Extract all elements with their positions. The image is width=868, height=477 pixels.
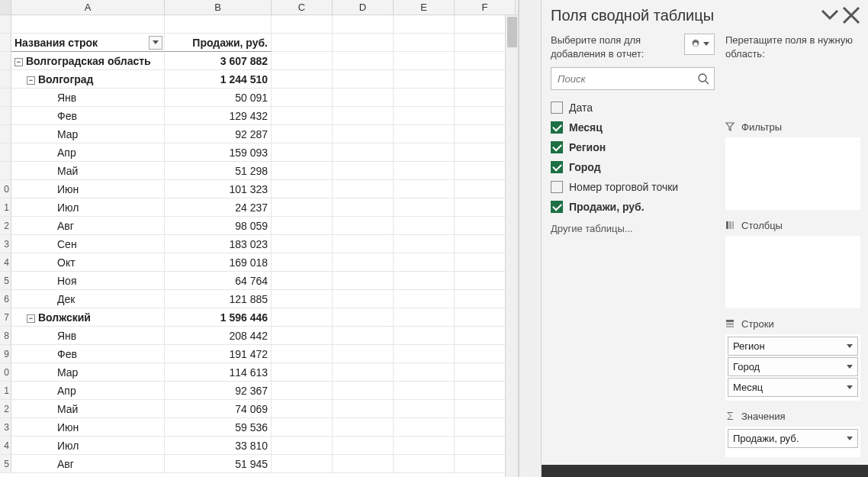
cell[interactable] — [272, 143, 333, 162]
cell[interactable] — [272, 162, 333, 180]
columns-dropzone[interactable] — [725, 236, 860, 308]
field-item[interactable]: Продажи, руб. — [551, 197, 715, 217]
cell[interactable] — [333, 308, 394, 327]
cell[interactable] — [333, 290, 394, 308]
cell[interactable]: Фев — [11, 345, 165, 363]
cell[interactable] — [394, 382, 455, 400]
cell[interactable] — [272, 89, 333, 107]
cell[interactable]: 3 607 882 — [165, 52, 272, 70]
cell[interactable] — [394, 400, 455, 418]
row-header[interactable]: 5 — [0, 272, 11, 290]
cell[interactable]: 169 018 — [165, 253, 272, 272]
cell[interactable]: 59 536 — [165, 418, 272, 437]
cell[interactable] — [333, 253, 394, 272]
cell[interactable] — [272, 327, 333, 345]
collapse-toggle[interactable]: − — [27, 76, 35, 85]
cell[interactable] — [272, 70, 333, 89]
row-header[interactable]: 0 — [0, 180, 11, 198]
cell[interactable] — [333, 162, 394, 180]
row-header[interactable] — [0, 89, 11, 107]
vertical-scrollbar[interactable] — [505, 15, 518, 477]
cell[interactable] — [394, 437, 455, 455]
cell[interactable]: Окт — [11, 253, 165, 272]
row-header[interactable] — [0, 162, 11, 180]
row-header[interactable]: 5 — [0, 455, 11, 473]
other-tables-link[interactable]: Другие таблицы... — [551, 223, 715, 234]
cell[interactable]: Сен — [11, 235, 165, 253]
row-header[interactable]: 8 — [0, 327, 11, 345]
cell[interactable] — [272, 52, 333, 70]
row-header[interactable] — [0, 107, 11, 125]
cell[interactable]: 101 323 — [165, 180, 272, 198]
cell[interactable] — [272, 382, 333, 400]
cell[interactable]: Ноя — [11, 272, 165, 290]
col-header-A[interactable]: A — [11, 0, 165, 15]
cell[interactable]: Янв — [11, 327, 165, 345]
cell[interactable]: 50 091 — [165, 89, 272, 107]
cell[interactable]: 121 885 — [165, 290, 272, 308]
cell[interactable] — [333, 363, 394, 382]
cell[interactable] — [394, 180, 455, 198]
row-header[interactable]: 1 — [0, 382, 11, 400]
cell[interactable]: 98 059 — [165, 217, 272, 235]
col-header-B[interactable]: B — [165, 0, 272, 15]
row-header[interactable]: 3 — [0, 235, 11, 253]
close-panel-button[interactable] — [842, 6, 860, 24]
zone-item[interactable]: Месяц — [728, 378, 858, 397]
row-header[interactable]: 2 — [0, 217, 11, 235]
cell[interactable]: 51 945 — [165, 455, 272, 473]
cell[interactable] — [333, 70, 394, 89]
cell[interactable] — [394, 345, 455, 363]
cell[interactable]: −Волгоград — [11, 70, 165, 89]
cell[interactable]: 92 367 — [165, 382, 272, 400]
checkbox[interactable] — [551, 102, 563, 114]
cell[interactable]: Мар — [11, 363, 165, 382]
cell[interactable] — [333, 198, 394, 217]
cell[interactable] — [394, 290, 455, 308]
row-header[interactable] — [0, 70, 11, 89]
cell[interactable] — [394, 308, 455, 327]
cell[interactable] — [11, 15, 165, 34]
search-box[interactable] — [551, 67, 715, 90]
cell[interactable]: 191 472 — [165, 345, 272, 363]
checkbox[interactable] — [551, 141, 563, 153]
cell[interactable] — [394, 52, 455, 70]
cell[interactable] — [333, 327, 394, 345]
row-header[interactable]: 3 — [0, 418, 11, 437]
filter-dropdown-button[interactable] — [149, 36, 162, 50]
cell[interactable] — [333, 272, 394, 290]
cell[interactable]: −Волжский — [11, 308, 165, 327]
cell[interactable]: 64 764 — [165, 272, 272, 290]
cell[interactable] — [333, 455, 394, 473]
cell[interactable]: Продажи, руб. — [165, 34, 272, 52]
col-header-F[interactable]: F — [455, 0, 516, 15]
checkbox[interactable] — [551, 201, 563, 213]
cell[interactable] — [272, 363, 333, 382]
cell[interactable] — [394, 363, 455, 382]
cell[interactable] — [394, 70, 455, 89]
cell[interactable] — [394, 253, 455, 272]
cell[interactable] — [333, 143, 394, 162]
cell[interactable] — [272, 34, 333, 52]
row-header[interactable] — [0, 34, 11, 52]
field-item[interactable]: Регион — [551, 137, 715, 157]
cell[interactable]: Июн — [11, 418, 165, 437]
zone-item[interactable]: Продажи, руб. — [728, 429, 858, 448]
scrollbar-thumb[interactable] — [507, 17, 517, 47]
cell[interactable] — [333, 382, 394, 400]
pane-divider[interactable] — [519, 0, 542, 477]
row-header[interactable] — [0, 52, 11, 70]
filters-dropzone[interactable] — [725, 137, 860, 210]
cell[interactable] — [394, 198, 455, 217]
cell[interactable] — [394, 162, 455, 180]
cell[interactable]: Названия строк — [11, 34, 165, 52]
cell[interactable]: Мар — [11, 125, 165, 143]
cell[interactable]: 1 596 446 — [165, 308, 272, 327]
col-header-E[interactable]: E — [394, 0, 455, 15]
cell[interactable] — [333, 217, 394, 235]
col-header-C[interactable]: C — [272, 0, 333, 15]
cell[interactable] — [333, 107, 394, 125]
cell[interactable] — [394, 327, 455, 345]
cell[interactable] — [272, 272, 333, 290]
cell[interactable]: Май — [11, 162, 165, 180]
